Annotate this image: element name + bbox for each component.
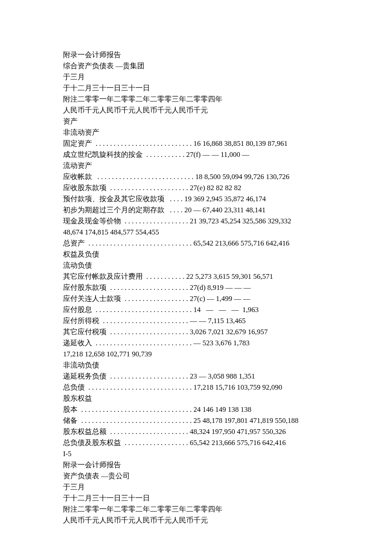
text-line: 非流动负债	[63, 360, 361, 371]
text-line: 流动负债	[63, 260, 361, 271]
text-line: 固定资产 . . . . . . . . . . . . . . . . . .…	[63, 138, 361, 149]
text-line: 应付关连人士款项 . . . . . . . . . . . . . . . .…	[63, 293, 361, 304]
text-line: 应付股东款项 . . . . . . . . . . . . . . . . .…	[63, 282, 361, 293]
text-line: 48,674 174,815 484,577 554,455	[63, 227, 361, 238]
text-line: 总负债及股东权益 . . . . . . . . . . . . . . . .…	[63, 437, 361, 448]
text-line: 应付股息 . . . . . . . . . . . . . . . . . .…	[63, 304, 361, 315]
text-line: 股东权益	[63, 393, 361, 404]
text-line: 附录一会计师报告	[63, 49, 361, 61]
text-line: 附注二零零一年二零零二年二零零三年二零零四年	[63, 94, 361, 105]
text-line: 人民币千元人民币千元人民币千元人民币千元	[63, 515, 361, 526]
text-line: 非流动资产	[63, 127, 361, 138]
text-line: 总资产 . . . . . . . . . . . . . . . . . . …	[63, 238, 361, 249]
text-line: 应收帐款 . . . . . . . . . . . . . . . . . .…	[63, 171, 361, 182]
text-line: 其它应付帐款及应计费用 . . . . . . . . . . . 22 5,2…	[63, 271, 361, 282]
text-line: 预付款项、按金及其它应收款项 . . . . 19 369 2,945 35,8…	[63, 194, 361, 205]
text-line: 资产负债表 —贵公司	[63, 471, 361, 482]
text-line: 总负债 . . . . . . . . . . . . . . . . . . …	[63, 382, 361, 393]
text-line: 综合资产负债表 —贵集团	[63, 61, 361, 72]
text-line: 应付所得税 . . . . . . . . . . . . . . . . . …	[63, 315, 361, 327]
text-line: 成立世纪凯旋科技的按金 . . . . . . . . . . . 27(f) …	[63, 149, 361, 160]
text-line: 权益及负债	[63, 249, 361, 260]
text-line: 于十二月三十一日三十一日	[63, 493, 361, 504]
text-line: 储备 . . . . . . . . . . . . . . . . . . .…	[63, 415, 361, 426]
text-line: 股东权益总额 . . . . . . . . . . . . . . . . .…	[63, 426, 361, 437]
text-line: 其它应付税项 . . . . . . . . . . . . . . . . .…	[63, 327, 361, 338]
text-line: 于十二月三十一日三十一日	[63, 83, 361, 94]
text-line: 现金及现金等价物 . . . . . . . . . . . . . . . .…	[63, 216, 361, 227]
text-line: 股本 . . . . . . . . . . . . . . . . . . .…	[63, 404, 361, 415]
text-line: 附录一会计师报告	[63, 460, 361, 471]
text-line: 人民币千元人民币千元人民币千元人民币千元	[63, 105, 361, 116]
text-line: 流动资产	[63, 160, 361, 171]
text-line: 附注二零零一年二零零二年二零零三年二零零四年	[63, 504, 361, 515]
text-line: 17,218 12,658 102,771 90,739	[63, 349, 361, 360]
text-line: 资产	[63, 116, 361, 127]
text-line: I-5	[63, 448, 361, 460]
document-page: 附录一会计师报告 综合资产负债表 —贵集团 于三月 于十二月三十一日三十一日 附…	[0, 0, 361, 526]
text-line: 应收股东款项 . . . . . . . . . . . . . . . . .…	[63, 182, 361, 194]
text-line: 递延收入 . . . . . . . . . . . . . . . . . .…	[63, 338, 361, 349]
text-line: 于三月	[63, 482, 361, 493]
text-line: 递延税务负债 . . . . . . . . . . . . . . . . .…	[63, 371, 361, 382]
text-line: 初步为期超过三个月的定期存款 . . . . 20 — 67,440 23,31…	[63, 205, 361, 216]
text-line: 于三月	[63, 72, 361, 83]
